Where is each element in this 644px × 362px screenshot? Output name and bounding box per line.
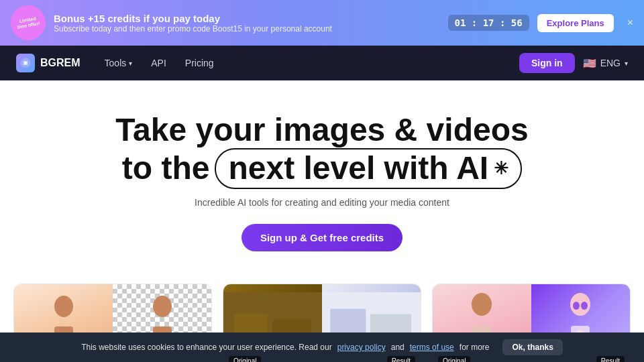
promo-banner: Limited time offer! Bonus +15 credits if… (0, 0, 644, 46)
promo-badge: Limited time offer! (8, 3, 48, 43)
banner-title: Bonus +15 credits if you pay today (54, 13, 440, 24)
signup-button[interactable]: Sign up & Get free credits (241, 224, 402, 251)
hero-subtitle: Incredible AI tools for creating and edi… (13, 197, 631, 208)
cookie-suffix: for more (460, 343, 490, 352)
banner-subtitle: Subscribe today and then enter promo cod… (54, 24, 440, 34)
cookie-ok-button[interactable]: Ok, thanks (502, 339, 562, 355)
hero-title-line1: Take your images & videos (13, 113, 631, 148)
nav-actions: Sign in 🇺🇸 ENG ▾ (519, 53, 628, 73)
banner-close-button[interactable]: × (627, 17, 633, 29)
flag-icon: 🇺🇸 (583, 57, 596, 70)
svg-point-20 (581, 302, 588, 310)
card-label-result: Result (596, 356, 625, 362)
hero-section: Take your images & videos to the next le… (0, 80, 644, 273)
signin-button[interactable]: Sign in (519, 53, 575, 73)
logo-icon (16, 54, 35, 72)
navbar: BGREM Tools ▾ API Pricing Sign in 🇺🇸 ENG… (0, 46, 644, 80)
svg-point-3 (153, 296, 172, 317)
svg-point-1 (54, 296, 73, 317)
countdown-timer: 01 : 17 : 56 (448, 15, 529, 31)
privacy-policy-link[interactable]: privacy policy (337, 343, 386, 352)
svg-point-19 (573, 302, 580, 310)
logo-svg (19, 57, 32, 69)
hero-prefix: to the (122, 151, 210, 186)
cookie-text: This website uses cookies to enhance you… (81, 343, 332, 352)
nav-links: Tools ▾ API Pricing (97, 54, 519, 72)
svg-point-15 (472, 293, 492, 316)
banner-text-block: Bonus +15 credits if you pay today Subsc… (54, 13, 440, 34)
nav-api[interactable]: API (143, 54, 174, 72)
highlight-text: next level with AI (228, 151, 488, 186)
language-selector[interactable]: 🇺🇸 ENG ▾ (583, 57, 628, 70)
ai-sparkle-icon: ✳ (494, 159, 508, 178)
lang-chevron-icon: ▾ (625, 60, 628, 67)
logo[interactable]: BGREM (16, 54, 80, 72)
card-label-result: Result (387, 356, 415, 362)
hero-highlight-box: next level with AI ✳ (215, 148, 522, 189)
chevron-down-icon: ▾ (129, 60, 132, 67)
nav-tools[interactable]: Tools ▾ (97, 54, 141, 72)
cookie-banner: This website uses cookies to enhance you… (0, 333, 644, 362)
card-label-original: Original (438, 356, 470, 362)
nav-pricing[interactable]: Pricing (177, 54, 222, 72)
logo-text: BGREM (40, 57, 80, 69)
card-label-original: Original (229, 356, 261, 362)
cookie-and: and (391, 343, 405, 352)
explore-plans-button[interactable]: Explore Plans (537, 14, 614, 32)
lang-label: ENG (600, 58, 621, 68)
terms-link[interactable]: terms of use (410, 343, 454, 352)
hero-title-line2: to the next level with AI ✳ (13, 148, 631, 189)
